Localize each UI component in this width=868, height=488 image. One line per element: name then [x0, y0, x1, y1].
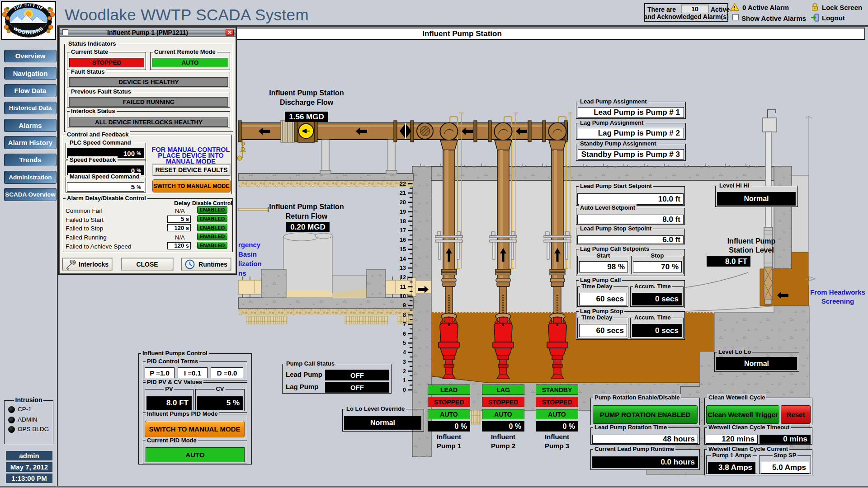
- svg-text:11: 11: [400, 284, 406, 290]
- svg-text:2: 2: [403, 368, 406, 375]
- svg-text:20: 20: [400, 199, 406, 206]
- svg-text:17: 17: [400, 227, 406, 234]
- svg-text:4: 4: [403, 349, 406, 356]
- svg-text:0: 0: [403, 387, 406, 393]
- svg-text:13: 13: [400, 265, 406, 271]
- svg-text:18: 18: [400, 218, 406, 225]
- svg-text:16: 16: [400, 237, 406, 243]
- svg-text:3: 3: [403, 359, 406, 365]
- svg-text:19: 19: [400, 209, 406, 215]
- svg-text:7: 7: [403, 321, 406, 328]
- svg-text:1: 1: [403, 377, 406, 384]
- svg-text:22: 22: [400, 181, 406, 187]
- svg-text:15: 15: [400, 246, 406, 253]
- svg-text:12: 12: [400, 274, 406, 281]
- svg-text:21: 21: [400, 190, 406, 196]
- svg-text:5: 5: [403, 340, 406, 346]
- svg-text:14: 14: [400, 256, 406, 262]
- svg-text:9: 9: [403, 302, 406, 309]
- svg-text:8: 8: [403, 312, 406, 318]
- svg-text:10: 10: [400, 293, 406, 300]
- svg-text:6: 6: [403, 331, 406, 337]
